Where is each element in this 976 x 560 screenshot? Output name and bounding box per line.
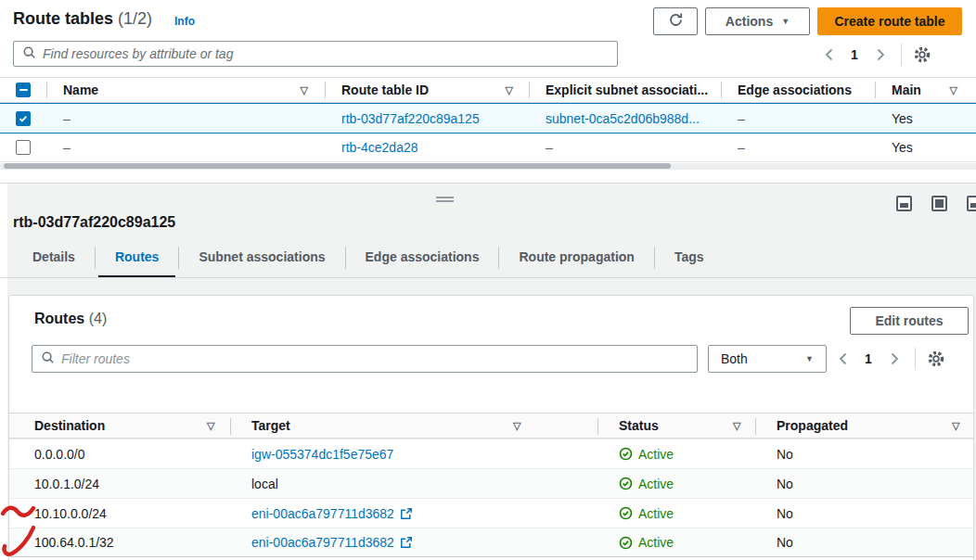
- column-header-explicit-subnet[interactable]: Explicit subnet associati...: [529, 77, 721, 103]
- filter-routes-input[interactable]: [61, 351, 688, 366]
- chevron-left-icon[interactable]: [830, 348, 854, 370]
- column-header-status[interactable]: Status ▽: [619, 414, 777, 438]
- tab-details[interactable]: Details: [13, 237, 95, 278]
- sort-icon[interactable]: ▽: [733, 420, 740, 432]
- search-input[interactable]: [43, 46, 609, 61]
- select-all-checkbox[interactable]: [16, 83, 31, 97]
- caret-down-icon: ▼: [781, 17, 790, 26]
- propagated-value: No: [777, 477, 793, 491]
- chevron-right-icon[interactable]: [868, 44, 893, 66]
- panel-drag-handle-icon[interactable]: [436, 197, 454, 202]
- status-badge: Active: [619, 535, 674, 550]
- propagated-value: No: [777, 506, 793, 521]
- route-table-id-link[interactable]: rtb-03d77af220c89a125: [341, 111, 480, 126]
- chevron-left-icon[interactable]: [816, 44, 841, 66]
- column-header-destination[interactable]: Destination ▽: [9, 414, 251, 438]
- tab-routes[interactable]: Routes: [96, 237, 178, 278]
- create-route-table-button[interactable]: Create route table: [817, 7, 962, 35]
- caret-down-icon: ▼: [805, 354, 814, 363]
- current-page[interactable]: 1: [841, 47, 868, 62]
- gear-icon[interactable]: [910, 44, 934, 66]
- routes-pagination: 1: [830, 348, 948, 370]
- sort-icon[interactable]: ▽: [950, 84, 957, 96]
- column-header-propagated[interactable]: Propagated ▽: [777, 414, 973, 438]
- target-link[interactable]: igw-055374dc1f5e75e67: [251, 447, 393, 462]
- column-divider: [230, 418, 231, 435]
- current-page[interactable]: 1: [854, 351, 882, 366]
- vpc-route-tables-page: Route tables (1/2) Info Actions ▼ Create…: [0, 0, 976, 560]
- external-link-icon[interactable]: [400, 507, 413, 520]
- side-panel-icon[interactable]: [967, 196, 976, 211]
- detail-tabs: Details Routes Subnet associations Edge …: [13, 237, 724, 278]
- name-value: –: [63, 111, 71, 126]
- tab-route-propagation[interactable]: Route propagation: [499, 237, 653, 278]
- sort-icon[interactable]: ▽: [207, 420, 214, 432]
- route-tables-table: Name ▽ Route table ID ▽ Explicit subnet …: [0, 77, 976, 162]
- edit-routes-button[interactable]: Edit routes: [850, 307, 969, 335]
- refresh-icon: [668, 12, 684, 31]
- routes-heading: Routes (4): [34, 311, 107, 327]
- detail-panel: rtb-03d77af220c89a125 Details Routes Sub…: [0, 183, 976, 560]
- external-link-icon[interactable]: [400, 536, 413, 549]
- page-title: Route tables (1/2): [13, 9, 152, 29]
- destination-value: 0.0.0.0/0: [34, 447, 85, 462]
- edge-value: –: [738, 111, 745, 126]
- status-badge: Active: [619, 506, 674, 521]
- edge-value: –: [738, 140, 745, 155]
- row-checkbox-checked[interactable]: [16, 111, 31, 126]
- panel-left-gutter: [0, 184, 7, 560]
- name-value: –: [63, 140, 71, 155]
- info-link[interactable]: Info: [174, 15, 195, 28]
- table-row[interactable]: – rtb-03d77af220c89a125 subnet-0ca5c2d06…: [0, 103, 976, 134]
- detail-title: rtb-03d77af220c89a125: [13, 214, 175, 231]
- propagated-value: No: [777, 447, 793, 462]
- column-header-target[interactable]: Target ▽: [251, 414, 619, 438]
- chevron-right-icon[interactable]: [882, 348, 906, 370]
- sort-icon[interactable]: ▽: [506, 84, 513, 96]
- main-value: Yes: [892, 111, 913, 126]
- tab-edge-associations[interactable]: Edge associations: [346, 237, 499, 278]
- actions-button[interactable]: Actions ▼: [705, 7, 810, 35]
- route-row[interactable]: 0.0.0.0/0 igw-055374dc1f5e75e67 Active N…: [9, 439, 973, 468]
- sort-icon[interactable]: ▽: [301, 84, 308, 96]
- column-header-main[interactable]: Main ▽: [875, 77, 976, 103]
- tabs-bottom-border: [0, 277, 976, 278]
- subnet-value: –: [546, 140, 553, 155]
- column-divider: [755, 418, 756, 435]
- column-header-edge-associations[interactable]: Edge associations: [721, 77, 875, 103]
- propagated-value: No: [777, 535, 793, 550]
- route-mode-select[interactable]: Both ▼: [708, 345, 827, 373]
- route-row[interactable]: 10.0.1.0/24 local Active No: [9, 468, 973, 498]
- divider: [901, 44, 902, 66]
- target-link[interactable]: eni-00ac6a797711d3682: [251, 535, 394, 550]
- sort-icon[interactable]: ▽: [952, 420, 959, 432]
- refresh-button[interactable]: [653, 7, 698, 35]
- create-route-table-label: Create route table: [834, 14, 944, 29]
- status-badge: Active: [619, 447, 674, 462]
- routes-count: (4): [89, 311, 108, 326]
- subnet-association-link[interactable]: subnet-0ca5c2d06b988d...: [546, 111, 700, 126]
- route-row[interactable]: 10.10.0.0/24 eni-00ac6a797711d3682 Activ…: [9, 498, 973, 528]
- horizontal-scrollbar-thumb[interactable]: [4, 163, 671, 169]
- status-badge: Active: [619, 477, 674, 491]
- bottom-panel-icon[interactable]: [896, 196, 912, 211]
- top-pagination: 1: [816, 44, 934, 66]
- table-row[interactable]: – rtb-4ce2da28 – – Yes: [0, 134, 976, 162]
- column-header-name[interactable]: Name ▽: [46, 77, 325, 103]
- column-header-route-table-id[interactable]: Route table ID ▽: [325, 77, 529, 103]
- row-checkbox-unchecked[interactable]: [16, 140, 31, 155]
- tab-tags[interactable]: Tags: [655, 237, 724, 278]
- route-row[interactable]: 100.64.0.1/32 eni-00ac6a797711d3682 Acti…: [9, 528, 973, 557]
- status-active-icon: [619, 447, 633, 461]
- sort-icon[interactable]: ▽: [513, 420, 520, 432]
- center-panel-icon[interactable]: [931, 196, 947, 211]
- tab-subnet-associations[interactable]: Subnet associations: [179, 237, 344, 278]
- horizontal-scrollbar-track[interactable]: [0, 163, 976, 170]
- gear-icon[interactable]: [924, 348, 948, 370]
- routes-table: Destination ▽ Target ▽ Status ▽: [9, 413, 973, 557]
- select-all-cell: [0, 83, 46, 97]
- routes-card: Routes (4) Edit routes Both ▼ 1: [8, 295, 974, 560]
- divider: [915, 348, 916, 370]
- route-table-id-link[interactable]: rtb-4ce2da28: [341, 140, 418, 155]
- target-link[interactable]: eni-00ac6a797711d3682: [251, 506, 394, 521]
